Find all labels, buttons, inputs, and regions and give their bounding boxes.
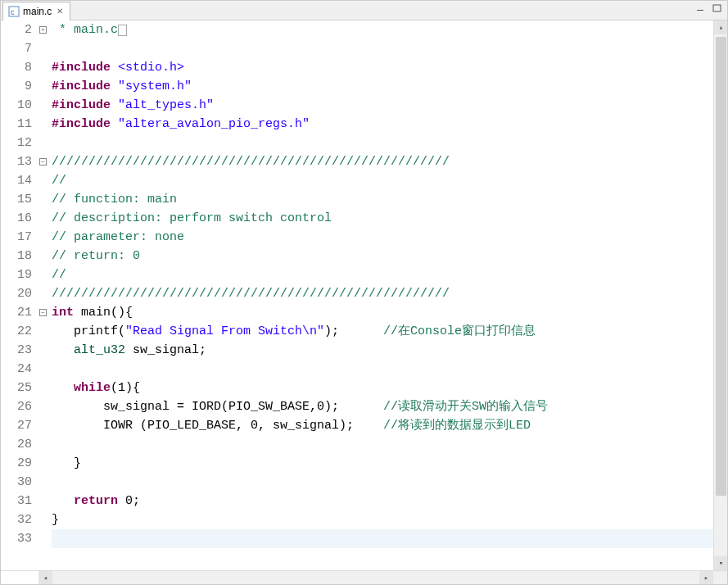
line-number-gutter: 2789101112131415161718192021222324252627… <box>1 20 38 570</box>
code-line[interactable]: } <box>52 454 713 473</box>
token-plain <box>111 117 118 131</box>
token-plain <box>111 79 118 93</box>
svg-rect-3 <box>713 5 721 11</box>
code-line[interactable]: printf("Read Signal From Switch\n"); //在… <box>52 322 713 341</box>
code-line[interactable]: int main(){ <box>52 303 713 322</box>
window-controls <box>694 2 724 14</box>
token-plain <box>52 381 74 395</box>
code-line[interactable]: // parameter: none <box>52 228 713 247</box>
token-inc: "system.h" <box>118 79 192 93</box>
token-plain: main(){ <box>81 306 133 320</box>
line-number: 31 <box>1 492 32 510</box>
token-cmt: //将读到的数据显示到LED <box>383 419 531 433</box>
token-kw-pp: #include <box>52 117 111 131</box>
code-line[interactable]: // description: perform switch control <box>52 209 713 228</box>
fold-collapsed-icon[interactable]: + <box>39 26 47 34</box>
token-plain: IOWR (PIO_LED_BASE, 0, sw_signal); <box>52 419 383 433</box>
token-plain: (1){ <box>111 381 140 395</box>
close-icon[interactable]: ✕ <box>55 7 65 16</box>
code-line[interactable]: #include "alt_types.h" <box>52 96 713 115</box>
scroll-down-icon[interactable]: ▾ <box>714 556 727 570</box>
token-plain: } <box>52 456 81 470</box>
scroll-thumb[interactable] <box>716 37 726 496</box>
code-line[interactable]: return 0; <box>52 492 713 510</box>
token-plain: ); <box>324 324 383 338</box>
token-plain: sw_signal = IORD(PIO_SW_BASE,0); <box>52 400 383 414</box>
token-inc: <stdio.h> <box>118 61 184 75</box>
token-dimbox <box>118 25 127 36</box>
code-line[interactable]: while(1){ <box>52 379 713 397</box>
tab-main-c[interactable]: c main.c ✕ <box>2 2 70 20</box>
editor-area: 2789101112131415161718192021222324252627… <box>1 20 727 570</box>
token-str: "Read Signal From Switch\n" <box>125 324 324 338</box>
code-line[interactable]: // <box>52 171 713 190</box>
token-plain <box>74 306 81 320</box>
line-number: 29 <box>1 454 32 473</box>
line-number: 15 <box>1 190 32 209</box>
horizontal-scrollbar[interactable]: ◂ ▸ <box>1 570 727 584</box>
token-cmt: // <box>52 174 66 188</box>
line-number: 2 <box>1 20 32 39</box>
code-line[interactable]: #include "altera_avalon_pio_regs.h" <box>52 115 713 134</box>
code-line[interactable] <box>52 435 713 454</box>
line-number: 16 <box>1 209 32 228</box>
code-line[interactable]: IOWR (PIO_LED_BASE, 0, sw_signal); //将读到… <box>52 416 713 435</box>
scroll-up-icon[interactable]: ▴ <box>714 20 727 34</box>
token-plain: printf( <box>52 324 125 338</box>
code-pane[interactable]: * main.c #include <stdio.h>#include "sys… <box>50 20 713 570</box>
code-line[interactable]: sw_signal = IORD(PIO_SW_BASE,0); //读取滑动开… <box>52 397 713 416</box>
line-number: 14 <box>1 171 32 190</box>
minimize-icon[interactable] <box>694 2 708 14</box>
code-line[interactable]: // return: 0 <box>52 247 713 265</box>
code-line[interactable]: #include "system.h" <box>52 77 713 96</box>
fold-expanded-icon[interactable]: − <box>39 309 47 316</box>
token-cmt: // function: main <box>52 193 177 206</box>
code-line[interactable]: // <box>52 265 713 284</box>
line-number: 25 <box>1 379 32 397</box>
line-number: 22 <box>1 322 32 341</box>
line-number: 33 <box>1 529 32 548</box>
line-number: 20 <box>1 284 32 303</box>
scroll-right-icon[interactable]: ▸ <box>699 571 713 585</box>
line-number: 18 <box>1 247 32 265</box>
token-cmt: //在Console窗口打印信息 <box>383 324 536 338</box>
line-number: 24 <box>1 360 32 379</box>
token-plain <box>52 494 74 508</box>
code-line[interactable]: } <box>52 510 713 529</box>
code-line[interactable]: ////////////////////////////////////////… <box>52 152 713 171</box>
line-number: 11 <box>1 115 32 134</box>
code-line[interactable] <box>52 134 713 152</box>
code-line[interactable] <box>52 360 713 379</box>
token-cmt: // parameter: none <box>52 230 184 244</box>
maximize-icon[interactable] <box>711 2 724 14</box>
token-cmt: * main.c <box>52 23 118 37</box>
scroll-left-icon[interactable]: ◂ <box>38 571 52 585</box>
line-number: 21 <box>1 303 32 322</box>
svg-rect-2 <box>697 10 703 11</box>
tab-bar: c main.c ✕ <box>1 1 727 20</box>
tab-label: main.c <box>23 6 52 17</box>
code-line[interactable]: #include <stdio.h> <box>52 58 713 77</box>
svg-text:c: c <box>11 8 15 16</box>
line-number: 7 <box>1 39 32 58</box>
code-line[interactable] <box>52 473 713 492</box>
fold-expanded-icon[interactable]: − <box>39 158 47 166</box>
token-cmt: // <box>52 268 66 282</box>
token-kw: while <box>74 381 111 395</box>
code-line[interactable]: // function: main <box>52 190 713 209</box>
token-inc: "altera_avalon_pio_regs.h" <box>118 117 310 131</box>
line-number: 8 <box>1 58 32 77</box>
code-line[interactable]: ////////////////////////////////////////… <box>52 284 713 303</box>
token-cmt: //读取滑动开关SW的输入信号 <box>383 400 548 414</box>
code-line[interactable] <box>52 39 713 58</box>
code-line[interactable]: alt_u32 sw_signal; <box>52 341 713 360</box>
line-number: 10 <box>1 96 32 115</box>
vertical-scrollbar[interactable]: ▴ ▾ <box>713 20 727 570</box>
code-line[interactable]: * main.c <box>52 20 713 39</box>
code-line[interactable] <box>52 529 713 548</box>
line-number: 30 <box>1 473 32 492</box>
line-number: 9 <box>1 77 32 96</box>
fold-column: +−− <box>38 20 50 570</box>
token-kw: return <box>74 494 118 508</box>
line-number: 17 <box>1 228 32 247</box>
